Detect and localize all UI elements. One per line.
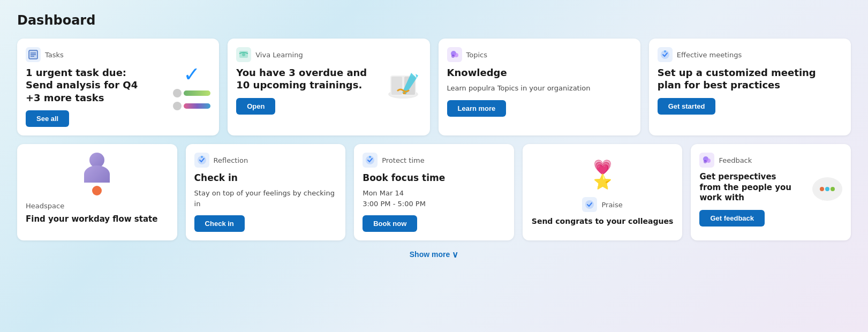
- feedback-icon: [699, 153, 714, 168]
- bottom-row: Headspace Find your workday flow state R…: [17, 144, 851, 240]
- headspace-visual: [26, 153, 169, 195]
- svg-rect-9: [391, 77, 402, 95]
- praise-title: Send congrats to your colleagues: [532, 216, 674, 226]
- show-more-button[interactable]: Show more ∨: [410, 250, 458, 260]
- protect-time-icon: [363, 153, 378, 168]
- topics-icon: [447, 47, 462, 62]
- viva-learning-header-label: Viva Learning: [255, 51, 303, 59]
- reflection-check-in-button[interactable]: Check in: [194, 215, 245, 232]
- show-more-label: Show more: [410, 250, 450, 259]
- headspace-title: Find your workday flow state: [26, 214, 169, 225]
- tasks-header: Tasks: [26, 47, 210, 62]
- protect-time-desc: Mon Mar 143:00 PM - 5:00 PM: [363, 188, 505, 209]
- praise-emoji-area: 💗 ⭐: [581, 159, 624, 191]
- effective-meetings-icon: [658, 47, 673, 62]
- reflection-header: Reflection: [194, 153, 337, 168]
- headspace-dot: [92, 186, 102, 195]
- protect-time-book-now-button[interactable]: Book now: [363, 215, 417, 232]
- protect-time-card: Protect time Book focus time Mon Mar 143…: [354, 144, 514, 240]
- svg-point-14: [451, 55, 455, 58]
- svg-point-18: [201, 156, 203, 158]
- topics-desc: Learn populra Topics in your organizatio…: [447, 83, 632, 94]
- protect-time-header-label: Protect time: [382, 156, 424, 164]
- svg-point-21: [585, 200, 594, 209]
- show-more-section: Show more ∨: [17, 249, 851, 260]
- tasks-icon: [26, 47, 41, 62]
- tasks-title: 1 urgent task due: Send analysis for Q4 …: [26, 66, 152, 104]
- svg-point-28: [831, 187, 835, 191]
- svg-point-6: [242, 53, 245, 56]
- headspace-header-label: Headspace: [26, 202, 64, 210]
- effective-meetings-header: Effective meetings: [658, 47, 842, 62]
- toggle-circle-2: [173, 102, 182, 110]
- svg-point-23: [706, 159, 711, 163]
- praise-header: Praise: [582, 197, 622, 212]
- toggle-bar-green: [184, 90, 210, 96]
- svg-point-13: [454, 53, 458, 57]
- topics-title: Knowledge: [447, 66, 632, 79]
- effective-meetings-header-label: Effective meetings: [677, 51, 742, 59]
- svg-point-24: [704, 160, 707, 163]
- viva-learning-open-button[interactable]: Open: [236, 98, 275, 115]
- topics-header: Topics: [447, 47, 632, 62]
- praise-card: 💗 ⭐ Praise Send congrats to your colleag…: [523, 144, 683, 240]
- effective-meetings-get-started-button[interactable]: Get started: [658, 98, 716, 115]
- svg-point-26: [820, 187, 824, 191]
- page-title: Dashboard: [17, 13, 851, 28]
- feedback-header: Feedback: [699, 153, 842, 168]
- feedback-visual: [808, 172, 847, 213]
- protect-time-header: Protect time: [363, 153, 505, 168]
- viva-learning-icon: [236, 47, 251, 62]
- svg-point-20: [369, 156, 371, 158]
- effective-meetings-title: Set up a customized meeting plan for bes…: [658, 66, 842, 92]
- praise-header-label: Praise: [601, 201, 622, 209]
- tasks-card: Tasks 1 urgent task due: Send analysis f…: [17, 39, 219, 135]
- feedback-title: Get perspectives from the people you wor…: [699, 172, 799, 203]
- tasks-see-all-button[interactable]: See all: [26, 110, 69, 127]
- headspace-card: Headspace Find your workday flow state: [17, 144, 177, 240]
- praise-visual: 💗 ⭐ Praise Send congrats to your colleag…: [531, 153, 674, 232]
- feedback-get-feedback-button[interactable]: Get feedback: [699, 210, 765, 227]
- reflection-header-label: Reflection: [214, 156, 248, 164]
- star-emoji: ⭐: [593, 173, 612, 191]
- book-visual: [382, 65, 425, 110]
- tasks-visual: ✓: [173, 64, 210, 110]
- viva-learning-header: Viva Learning: [236, 47, 421, 62]
- viva-learning-card: Viva Learning You have 3 overdue and 10 …: [228, 39, 429, 135]
- svg-point-16: [664, 50, 666, 52]
- reflection-title: Check in: [194, 172, 337, 184]
- viva-learning-title: You have 3 overdue and 10 upcoming train…: [236, 66, 378, 92]
- show-more-chevron: ∨: [452, 250, 458, 260]
- topics-learn-more-button[interactable]: Learn more: [447, 100, 507, 117]
- protect-time-title: Book focus time: [363, 172, 505, 184]
- effective-meetings-card: Effective meetings Set up a customized m…: [649, 39, 851, 135]
- top-row: Tasks 1 urgent task due: Send analysis f…: [17, 39, 851, 135]
- praise-icon: [582, 197, 597, 212]
- topics-card: Topics Knowledge Learn populra Topics in…: [439, 39, 640, 135]
- toggle-bar-rainbow: [184, 103, 210, 109]
- toggle-circle-1: [173, 89, 182, 97]
- topics-header-label: Topics: [466, 51, 487, 59]
- tasks-header-label: Tasks: [45, 51, 64, 59]
- reflection-icon: [194, 153, 209, 168]
- svg-point-27: [825, 187, 829, 191]
- reflection-card: Reflection Check in Stay on top of your …: [186, 144, 346, 240]
- check-icon: ✓: [183, 64, 200, 85]
- reflection-desc: Stay on top of your feelings by checking…: [194, 188, 337, 209]
- svg-point-11: [403, 92, 406, 94]
- headspace-header: Headspace: [26, 202, 169, 210]
- headspace-body: [84, 165, 110, 183]
- feedback-card: Feedback Get perspectives from the peopl…: [691, 144, 851, 240]
- feedback-header-label: Feedback: [719, 156, 752, 164]
